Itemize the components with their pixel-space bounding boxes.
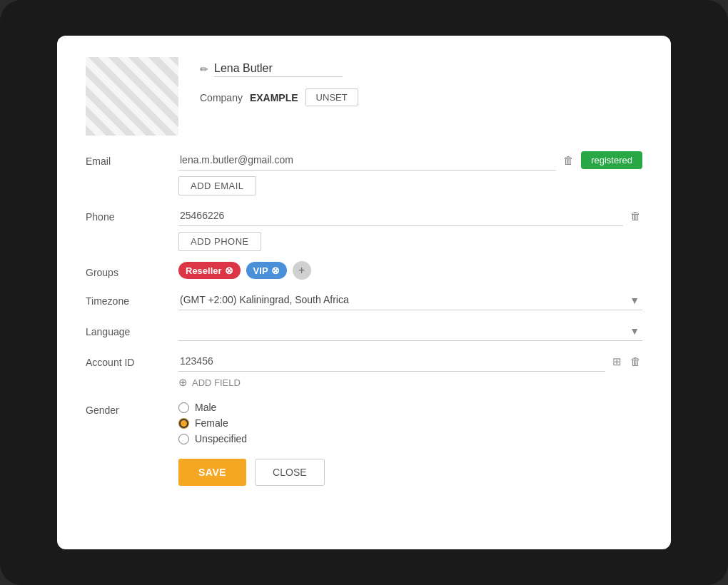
phone-row: Phone ADD PHONE [86,205,642,251]
email-label: Email [86,150,178,167]
close-button[interactable]: CLOSE [255,459,324,486]
gender-row: Gender Male Female Unspecifi [86,399,642,444]
account-id-delete-button[interactable] [629,354,642,370]
modal-card: ✏ Company EXAMPLE UNSET Email [57,36,671,549]
add-group-button[interactable]: + [293,261,311,280]
gender-group: Male Female Unspecified [178,399,642,444]
email-content: registered ADD EMAIL [178,150,642,195]
language-label: Language [86,320,178,337]
reseller-label: Reseller [186,265,222,276]
vip-label: VIP [253,265,268,276]
email-input-row: registered [178,150,642,171]
phone-content: ADD PHONE [178,205,642,251]
add-field-icon: ⊕ [178,376,188,389]
timezone-row: Timezone (GMT +2:00) Kaliningrad, South … [86,290,642,310]
gender-male-label: Male [195,402,216,413]
trash-icon [630,210,641,222]
header-info: ✏ Company EXAMPLE UNSET [200,57,642,106]
group-tag-reseller: Reseller ⊗ [178,262,241,279]
phone-input[interactable] [178,205,623,226]
gender-female-option[interactable]: Female [178,417,642,429]
account-id-row: Account ID ⊕ ADD FIELD [86,351,642,389]
account-id-input-row [178,351,642,372]
add-email-button[interactable]: ADD EMAIL [178,176,256,195]
vip-remove-icon[interactable]: ⊗ [271,265,280,276]
groups-label: Groups [86,261,178,278]
phone-delete-button[interactable] [629,208,642,224]
registered-badge: registered [581,151,642,169]
gender-label: Gender [86,399,178,416]
gender-unspecified-option[interactable]: Unspecified [178,433,642,444]
reseller-remove-icon[interactable]: ⊗ [225,265,233,276]
add-phone-button[interactable]: ADD PHONE [178,232,261,251]
language-content: English French Spanish German ▼ [178,320,642,341]
group-tag-vip: VIP ⊗ [246,262,287,279]
add-field-row[interactable]: ⊕ ADD FIELD [178,376,642,389]
gender-female-label: Female [195,417,228,429]
language-row: Language English French Spanish German ▼ [86,320,642,341]
action-buttons: SAVE CLOSE [86,459,642,486]
form-section: Email registered ADD EMAIL Pho [86,150,642,444]
trash-icon [630,355,641,367]
header-section: ✏ Company EXAMPLE UNSET [86,57,642,136]
timezone-label: Timezone [86,290,178,307]
phone-input-row [178,205,642,226]
phone-label: Phone [86,205,178,223]
add-field-label: ADD FIELD [192,377,241,388]
groups-content: Reseller ⊗ VIP ⊗ + [178,261,642,280]
timezone-select[interactable]: (GMT +2:00) Kaliningrad, South Africa (G… [178,290,642,310]
gender-content: Male Female Unspecified [178,399,642,444]
trash-icon [563,154,574,166]
screen: ✏ Company EXAMPLE UNSET Email [0,0,728,585]
company-row: Company EXAMPLE UNSET [200,88,642,106]
timezone-select-wrapper: (GMT +2:00) Kaliningrad, South Africa (G… [178,290,642,310]
name-input[interactable] [214,61,343,77]
gender-unspecified-label: Unspecified [195,433,247,444]
groups-tags-row: Reseller ⊗ VIP ⊗ + [178,261,642,280]
account-id-grid-button[interactable] [611,354,623,370]
unset-button[interactable]: UNSET [305,88,358,106]
save-button[interactable]: SAVE [178,459,246,486]
language-select-wrapper: English French Spanish German ▼ [178,320,642,341]
email-input[interactable] [178,150,556,171]
gender-male-radio[interactable] [178,402,189,413]
groups-row: Groups Reseller ⊗ VIP ⊗ + [86,261,642,280]
pencil-icon: ✏ [200,63,208,75]
account-id-label: Account ID [86,351,178,368]
account-id-content: ⊕ ADD FIELD [178,351,642,389]
timezone-content: (GMT +2:00) Kaliningrad, South Africa (G… [178,290,642,310]
company-label: Company [200,92,243,103]
email-delete-button[interactable] [562,153,575,168]
avatar [86,57,178,136]
company-name: EXAMPLE [250,92,298,103]
email-row: Email registered ADD EMAIL [86,150,642,195]
gender-unspecified-radio[interactable] [178,434,189,444]
name-row: ✏ [200,61,642,77]
language-select[interactable]: English French Spanish German [178,320,642,341]
gender-female-radio[interactable] [178,418,189,429]
gender-male-option[interactable]: Male [178,402,642,413]
grid-icon [612,355,622,367]
account-id-input[interactable] [178,351,605,372]
